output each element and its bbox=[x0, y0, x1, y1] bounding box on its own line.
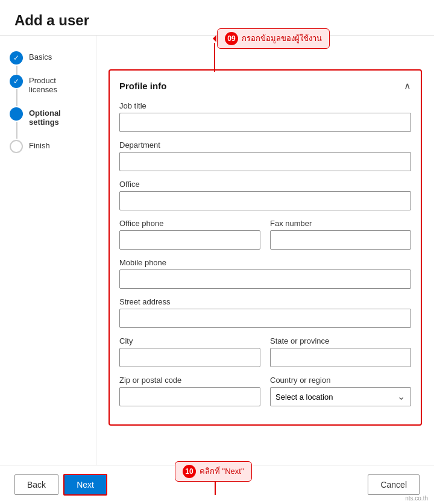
step-finish: Finish bbox=[10, 139, 86, 162]
step-finish-label: Finish bbox=[29, 139, 50, 162]
annotation-09-line bbox=[214, 43, 215, 72]
department-label: Department bbox=[119, 140, 411, 150]
watermark: nts.co.th bbox=[405, 495, 428, 502]
country-region-label: Country or region bbox=[270, 376, 411, 385]
form-col-fax: Fax number bbox=[270, 219, 411, 250]
check-icon-2: ✓ bbox=[13, 77, 19, 86]
zip-postal-label: Zip or postal code bbox=[119, 376, 260, 385]
job-title-input[interactable] bbox=[119, 113, 411, 132]
footer-left: Back Next bbox=[14, 474, 107, 496]
form-col-state: State or province bbox=[270, 336, 411, 367]
form-group-street: Street address bbox=[119, 297, 411, 328]
form-col-city: City bbox=[119, 336, 260, 367]
office-phone-input[interactable] bbox=[119, 230, 260, 250]
collapse-icon[interactable]: ∧ bbox=[404, 80, 411, 92]
office-phone-label: Office phone bbox=[119, 219, 260, 228]
step-optional-settings: Optional settings bbox=[10, 106, 86, 139]
form-group-department: Department bbox=[119, 140, 411, 171]
step-basics: ✓ Basics bbox=[10, 50, 86, 74]
form-group-job-title: Job title bbox=[119, 101, 411, 132]
annotation-10-bubble: 10คลิกที่ "Next" bbox=[175, 461, 252, 482]
main-content: ✓ Basics ✓ Product licenses Optional set… bbox=[0, 36, 434, 465]
step-optional-label: Optional settings bbox=[29, 106, 86, 139]
annotation-09-bubble: 09กรอกข้อมูลของผู้ใช้งาน bbox=[217, 28, 330, 49]
next-button[interactable]: Next bbox=[63, 474, 107, 496]
cancel-button[interactable]: Cancel bbox=[368, 474, 420, 495]
country-region-select[interactable]: Select a location bbox=[270, 387, 411, 406]
state-province-input[interactable] bbox=[270, 348, 411, 367]
active-dot bbox=[13, 111, 19, 117]
annotation-09-number: 09 bbox=[225, 32, 238, 45]
mobile-phone-input[interactable] bbox=[119, 269, 411, 289]
annotation-10-text: คลิกที่ "Next" bbox=[200, 467, 244, 476]
step-optional-circle bbox=[10, 107, 23, 121]
card-title: Profile info bbox=[119, 81, 166, 91]
step-basics-label: Basics bbox=[29, 50, 52, 74]
card-header: Profile info ∧ bbox=[119, 80, 411, 92]
check-icon: ✓ bbox=[13, 54, 19, 62]
zip-postal-input[interactable] bbox=[119, 387, 260, 406]
annotation-10-number: 10 bbox=[183, 465, 196, 478]
step-licenses-label: Product licenses bbox=[29, 74, 86, 106]
step-product-licenses: ✓ Product licenses bbox=[10, 74, 86, 106]
form-group-mobile: Mobile phone bbox=[119, 258, 411, 289]
department-input[interactable] bbox=[119, 152, 411, 171]
step-basics-circle: ✓ bbox=[10, 51, 23, 65]
form-group-office: Office bbox=[119, 180, 411, 210]
office-label: Office bbox=[119, 180, 411, 189]
select-wrapper-country: Select a location bbox=[270, 387, 411, 406]
job-title-label: Job title bbox=[119, 101, 411, 110]
fax-number-input[interactable] bbox=[270, 230, 411, 250]
street-address-input[interactable] bbox=[119, 309, 411, 328]
back-button[interactable]: Back bbox=[14, 474, 58, 495]
form-col-zip: Zip or postal code bbox=[119, 376, 260, 406]
step-licenses-circle: ✓ bbox=[10, 75, 23, 88]
form-col-office-phone: Office phone bbox=[119, 219, 260, 250]
city-label: City bbox=[119, 336, 260, 345]
profile-card: Profile info ∧ Job title Department Offi… bbox=[108, 69, 422, 426]
street-address-label: Street address bbox=[119, 297, 411, 306]
form-area: 09กรอกข้อมูลของผู้ใช้งาน Profile info ∧ … bbox=[96, 36, 434, 465]
step-finish-circle bbox=[10, 140, 23, 153]
form-row-phone-fax: Office phone Fax number bbox=[119, 219, 411, 250]
city-input[interactable] bbox=[119, 348, 260, 367]
form-col-country: Country or region Select a location bbox=[270, 376, 411, 406]
page-title: Add a user bbox=[14, 12, 420, 29]
fax-number-label: Fax number bbox=[270, 219, 411, 228]
form-row-zip-country: Zip or postal code Country or region Sel… bbox=[119, 376, 411, 406]
sidebar: ✓ Basics ✓ Product licenses Optional set… bbox=[0, 36, 96, 465]
annotation-10-line bbox=[215, 482, 216, 495]
annotation-09-text: กรอกข้อมูลของผู้ใช้งาน bbox=[242, 34, 322, 43]
page-container: Add a user ✓ Basics ✓ Product licenses bbox=[0, 0, 434, 504]
form-row-city-state: City State or province bbox=[119, 336, 411, 367]
mobile-phone-label: Mobile phone bbox=[119, 258, 411, 267]
office-input[interactable] bbox=[119, 191, 411, 210]
state-province-label: State or province bbox=[270, 336, 411, 345]
